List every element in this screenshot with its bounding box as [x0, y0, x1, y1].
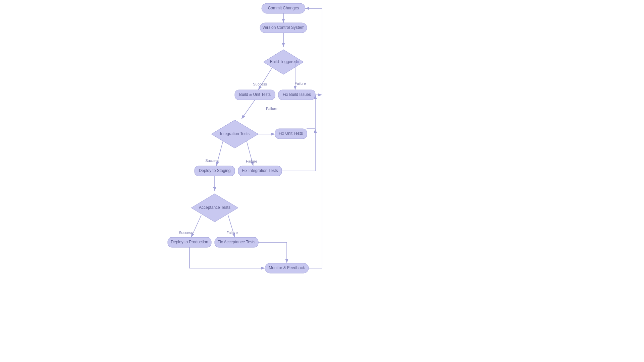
failure-label-3: Failure	[246, 159, 257, 163]
failure-label-4: Failure	[226, 231, 238, 235]
deploy-production-label: Deploy to Production	[171, 240, 208, 244]
failure-label-2: Failure	[266, 107, 277, 111]
build-triggered-label: Build Triggered	[270, 59, 297, 64]
integration-tests-label: Integration Tests	[220, 131, 250, 136]
version-control-label: Version Control System	[262, 25, 304, 30]
success-label-3: Success	[179, 231, 193, 235]
fix-build-issues-label: Fix Build Issues	[283, 92, 311, 97]
fix-unit-tests-label: Fix Unit Tests	[279, 131, 303, 136]
success-label-2: Success	[205, 159, 219, 163]
fix-integration-tests-label: Fix Integration Tests	[242, 168, 278, 173]
build-unit-tests-label: Build & Unit Tests	[239, 92, 271, 97]
svg-line-3	[258, 68, 272, 90]
fix-acceptance-tests-label: Fix Acceptance Tests	[218, 240, 256, 244]
diagram-container: Commit Changes Version Control System Bu…	[0, 0, 644, 362]
svg-line-6	[241, 100, 255, 119]
commit-changes-label: Commit Changes	[268, 6, 299, 10]
failure-label-1: Failure	[294, 81, 306, 85]
deploy-staging-label: Deploy to Staging	[199, 168, 231, 173]
monitor-feedback-label: Monitor & Feedback	[269, 265, 305, 270]
acceptance-tests-label: Acceptance Tests	[199, 205, 230, 210]
success-label-1: Success	[253, 82, 267, 86]
